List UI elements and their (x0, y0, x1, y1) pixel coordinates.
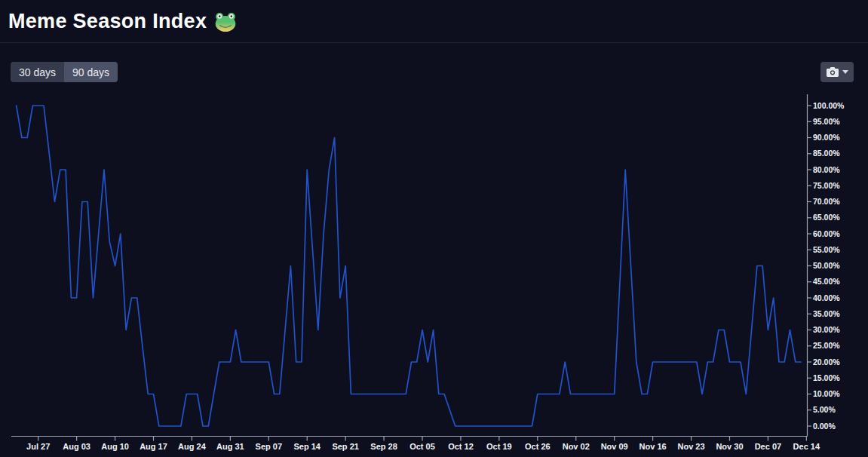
chevron-down-icon (842, 70, 848, 74)
x-axis-tick-label: Aug 31 (216, 442, 244, 451)
y-axis-tick-label: 100.00% (813, 101, 845, 110)
x-axis-tick-label: Nov 30 (716, 442, 743, 451)
x-axis-tick-label: Sep 21 (332, 442, 358, 451)
x-axis-tick-label: Oct 26 (525, 442, 551, 451)
camera-icon (827, 67, 839, 77)
y-axis-tick-label: 40.00% (813, 293, 840, 302)
y-axis-tick-label: 35.00% (813, 309, 840, 318)
x-axis-tick-label: Nov 16 (639, 442, 667, 451)
x-axis-tick-label: Oct 12 (448, 442, 474, 451)
x-axis-tick-label: Dec 07 (755, 442, 781, 451)
y-axis-tick-label: 75.00% (813, 181, 840, 190)
y-axis-tick-label: 15.00% (813, 373, 840, 382)
x-axis-tick-label: Dec 14 (793, 442, 820, 451)
y-axis-tick-label: 30.00% (813, 325, 840, 334)
x-axis-tick-label: Nov 02 (563, 442, 590, 451)
x-axis-tick-label: Sep 07 (256, 442, 282, 451)
y-axis-tick-label: 60.00% (813, 229, 840, 238)
y-axis-tick-label: 70.00% (813, 197, 840, 206)
x-axis-tick-label: Oct 05 (409, 442, 435, 451)
y-axis-tick-label: 80.00% (813, 165, 840, 174)
y-axis-tick-label: 95.00% (813, 117, 840, 126)
y-axis-tick-label: 25.00% (813, 341, 840, 350)
range-button-30-days[interactable]: 30 days (11, 62, 64, 82)
x-axis-tick-label: Aug 03 (63, 442, 90, 451)
y-axis-tick-label: 65.00% (813, 213, 840, 222)
range-button-90-days[interactable]: 90 days (64, 62, 118, 82)
y-axis-tick-label: 55.00% (813, 245, 840, 254)
x-axis-tick-label: Sep 28 (370, 442, 397, 451)
meme-season-line-chart: 100.00%95.00%90.00%85.00%80.00%75.00%70.… (0, 0, 868, 457)
range-selector: 30 days 90 days (11, 62, 118, 82)
index-series-line (17, 106, 802, 426)
y-axis-tick-label: 20.00% (813, 357, 840, 367)
x-axis-tick-label: Aug 10 (101, 442, 129, 451)
y-axis-tick-label: 10.00% (813, 389, 840, 398)
x-axis-tick-label: Nov 09 (601, 442, 628, 451)
x-axis-tick-label: Oct 19 (486, 442, 512, 451)
x-axis-tick-label: Aug 24 (178, 442, 207, 451)
y-axis-tick-label: 85.00% (813, 149, 840, 158)
y-axis-tick-label: 0.00% (813, 422, 836, 431)
y-axis-tick-label: 50.00% (813, 261, 840, 270)
x-axis-tick-label: Nov 23 (678, 442, 705, 451)
x-axis-tick-label: Aug 17 (140, 442, 167, 451)
y-axis-tick-label: 45.00% (813, 277, 840, 286)
x-axis-tick-label: Jul 27 (26, 442, 50, 451)
x-axis-tick-label: Sep 14 (293, 442, 321, 451)
screenshot-dropdown-button[interactable] (820, 62, 854, 82)
y-axis-tick-label: 5.00% (813, 405, 836, 414)
y-axis-tick-label: 90.00% (813, 133, 840, 142)
